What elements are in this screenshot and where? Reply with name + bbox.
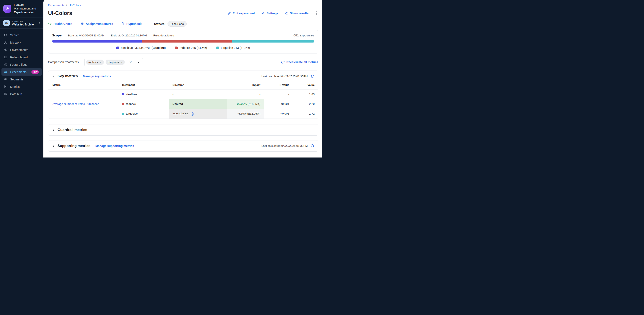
guardrail-metrics-card: Guardrail metrics <box>48 124 318 136</box>
sidebar-item-search[interactable]: Search <box>2 31 42 39</box>
refresh-icon <box>281 60 284 64</box>
legend-item-turquoise: turquoise 213 (31.3%) <box>216 46 250 49</box>
share-results-button[interactable]: Share results <box>284 11 308 15</box>
key-metrics-title: Key metrics <box>58 74 78 78</box>
health-check-link[interactable]: Health Check <box>48 22 72 26</box>
chip-label: turquoise <box>108 61 119 64</box>
edit-experiment-button[interactable]: Edit experiment <box>228 11 255 15</box>
exposure-bar <box>52 40 314 42</box>
settings-label: Settings <box>266 11 278 15</box>
kebab-menu-icon[interactable] <box>315 11 318 15</box>
flag-circle-icon <box>4 63 8 66</box>
sidebar-item-segments[interactable]: Segments <box>2 76 42 83</box>
col-header-p-value: P-value <box>264 81 293 89</box>
sidebar-item-label: Environments <box>10 48 28 52</box>
hypothesis-label: Hypothesis <box>126 22 142 25</box>
remove-chip-icon[interactable]: ✕ <box>100 61 102 63</box>
sidebar: Feature Management and Experimentation W… <box>0 0 44 157</box>
guardrail-metrics-title: Guardrail metrics <box>58 128 87 132</box>
direction-cell: - <box>169 89 227 99</box>
value-cell: 1.72 <box>293 109 318 119</box>
clear-select-icon[interactable]: ✕ <box>127 60 134 64</box>
chip-redbrick: redbrick ✕ <box>86 60 104 65</box>
baseline-label: (Baseline) <box>152 46 166 49</box>
hypothesis-link[interactable]: Hypothesis <box>121 22 142 25</box>
impact-ci: (±11.25%) <box>248 102 260 105</box>
breadcrumb-current-link[interactable]: UI-Colors <box>69 3 81 7</box>
sidebar-item-label: Data hub <box>10 92 22 96</box>
scope-ends-at: Ends at: 04/22/2025 01:30PM <box>111 34 147 37</box>
line-chart-icon <box>4 85 8 88</box>
col-header-direction: Direction <box>169 81 227 89</box>
chevron-down-icon[interactable] <box>52 75 55 78</box>
p-value-cell: <0.001 <box>264 109 293 119</box>
treatment-name: redbrick <box>126 102 136 105</box>
refresh-icon[interactable] <box>310 144 314 148</box>
chip-label: redbrick <box>88 61 98 64</box>
owners-label: Owners: <box>154 22 166 25</box>
refresh-icon[interactable] <box>310 74 314 78</box>
brand: Feature Management and Experimentation <box>0 0 44 17</box>
pencil-icon <box>228 11 231 15</box>
settings-button[interactable]: Settings <box>261 11 278 15</box>
remove-chip-icon[interactable]: ✕ <box>120 61 122 63</box>
chevron-right-icon[interactable] <box>52 128 55 131</box>
table-row-steelblue: Average Number of Items Purchased steelb… <box>48 89 318 99</box>
supporting-metrics-title: Supporting metrics <box>58 144 90 148</box>
breadcrumb: Experiments / UI-Colors <box>48 0 318 7</box>
help-circle-icon[interactable]: ? <box>191 112 194 116</box>
turquoise-swatch <box>216 46 219 49</box>
exposure-legend: steelblue 233 (34.2%) (Baseline) redbric… <box>52 46 314 49</box>
sidebar-item-feature-flags[interactable]: Feature flags <box>2 61 42 68</box>
header-actions: Edit experiment Settings Share results <box>228 11 318 15</box>
chevron-right-icon <box>38 21 41 25</box>
sidebar-item-label: Search <box>10 33 20 37</box>
impact-ci: (±12.05%) <box>248 112 260 115</box>
steelblue-swatch <box>116 46 119 49</box>
key-metrics-card: Key metrics Manage key metrics Last calc… <box>48 70 318 119</box>
sidebar-item-data-hub[interactable]: Data hub <box>2 90 42 98</box>
legend-label: redbrick 235 (34.5%) <box>180 46 207 49</box>
sidebar-item-label: Metrics <box>10 85 20 88</box>
legend-label: steelblue 233 (34.2%) <box>121 46 150 49</box>
recalculate-all-metrics-button[interactable]: Recalculate all metrics <box>281 60 318 64</box>
direction-cell: Desired <box>169 99 227 109</box>
col-header-treatment: Treatment <box>118 81 169 89</box>
user-icon <box>4 41 8 44</box>
scope-starts-at: Starts at: 04/20/2025 11:45AM <box>68 34 104 37</box>
hexagons-icon <box>4 48 8 52</box>
grid-icon <box>4 92 8 96</box>
col-header-metric: Metric <box>48 81 118 89</box>
value-cell: 1.83 <box>293 89 318 99</box>
sidebar-item-experiments[interactable]: Experiments NEW <box>2 68 42 76</box>
chevron-down-icon[interactable] <box>135 61 142 64</box>
sidebar-item-my-work[interactable]: My work <box>2 39 42 46</box>
assignment-source-link[interactable]: Assignment source <box>80 22 113 26</box>
sidebar-item-rollout-board[interactable]: Rollout board <box>2 53 42 61</box>
breadcrumb-experiments-link[interactable]: Experiments <box>48 3 64 7</box>
owner-pill[interactable]: Lena Sano <box>168 21 187 26</box>
sidebar-nav: Search My work Environments Rollout boar… <box>0 29 44 100</box>
comparison-treatments-select[interactable]: redbrick ✕ turquoise ✕ ✕ <box>84 58 143 66</box>
key-metrics-last-calculated: Last calculated 04/22/2025 01:30PM <box>262 75 308 78</box>
main-content: Experiments / UI-Colors UI-Colors Edit e… <box>44 0 322 157</box>
chevron-right-icon[interactable] <box>52 144 55 147</box>
app-logo-icon <box>3 5 12 13</box>
sidebar-item-metrics[interactable]: Metrics <box>2 83 42 90</box>
comparison-treatments-label: Comparison treatments <box>48 60 79 64</box>
project-switcher[interactable]: W/ PROJECT Website / Mobile <box>0 17 44 29</box>
sidebar-item-environments[interactable]: Environments <box>2 46 42 53</box>
turquoise-swatch <box>122 113 124 115</box>
metric-link[interactable]: Average Number of Items Purchased <box>52 102 99 105</box>
health-check-label: Health Check <box>54 22 72 25</box>
ruler-icon <box>4 70 8 74</box>
search-icon <box>4 33 8 37</box>
redbrick-swatch <box>175 46 178 49</box>
legend-label: turquoise 213 (31.3%) <box>221 46 250 49</box>
manage-key-metrics-link[interactable]: Manage key metrics <box>83 74 111 78</box>
manage-supporting-metrics-link[interactable]: Manage supporting metrics <box>96 144 134 148</box>
share-icon <box>284 11 288 15</box>
p-value-cell: - <box>264 89 293 99</box>
edit-experiment-label: Edit experiment <box>233 11 255 15</box>
scope-title: Scope <box>52 33 62 37</box>
